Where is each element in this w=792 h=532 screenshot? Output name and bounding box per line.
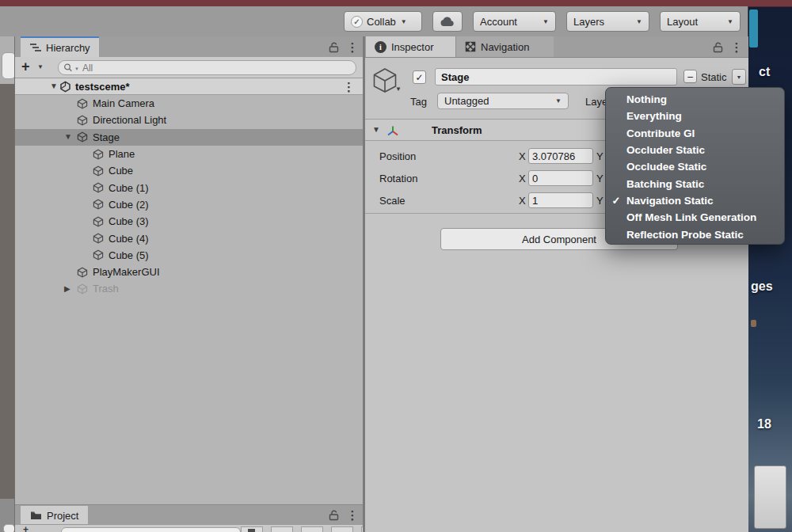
cube-icon (77, 115, 88, 126)
tab-navigation[interactable]: Navigation (455, 36, 554, 57)
toolbar-button-fragment[interactable] (241, 526, 263, 532)
item-label: Cube (5) (109, 249, 149, 261)
scene-view-edge (0, 36, 14, 532)
kebab-icon: ⋮ (347, 509, 359, 521)
chevron-down-icon[interactable]: ▼ (37, 63, 44, 70)
hierarchy-item-cube-2[interactable]: Cube (2) (15, 196, 363, 213)
item-label: Stage (93, 131, 120, 143)
check-icon: ✓ (606, 195, 626, 207)
disclosure-closed-icon[interactable]: ▶ (64, 285, 70, 293)
toolbar-button-fragment[interactable] (301, 526, 323, 532)
hierarchy-item-cube-1[interactable]: Cube (1) (15, 179, 363, 196)
tab-project[interactable]: Project (21, 506, 88, 525)
cloud-icon (440, 17, 455, 27)
chevron-down-icon: ▼ (555, 97, 562, 104)
axis-x-label: X (519, 173, 526, 184)
menu-item-occluder-static[interactable]: Occluder Static (606, 142, 784, 158)
rotation-x-field[interactable]: 0 (528, 170, 593, 186)
layers-dropdown[interactable]: Layers ▼ (566, 11, 649, 32)
create-object-button[interactable]: + (21, 59, 30, 75)
tag-label: Tag (410, 96, 427, 108)
chevron-down-icon: ▼ (636, 18, 642, 25)
static-flags-menu: Nothing Everything Contribute GI Occlude… (605, 87, 785, 245)
axis-y-label: Y (596, 173, 604, 184)
menu-item-batching-static[interactable]: Batching Static (606, 175, 784, 192)
item-label: Cube (4) (109, 233, 149, 245)
kebab-icon[interactable]: ⋮ (343, 81, 355, 93)
scene-view-button-fragment (2, 52, 14, 79)
position-x-value: 3.070786 (532, 150, 575, 162)
axis-x-label: X (519, 195, 526, 207)
panel-menu-button[interactable]: ⋮ (345, 507, 360, 522)
hierarchy-search-input[interactable]: ▼ All (58, 60, 356, 75)
tab-hierarchy-label: Hierarchy (46, 42, 90, 54)
hierarchy-item-cube-3[interactable]: Cube (3) (15, 213, 363, 230)
menu-item-reflection-probe-static[interactable]: Reflection Probe Static (606, 226, 784, 242)
menu-item-navigation-static[interactable]: ✓ Navigation Static (606, 192, 784, 209)
tab-navigation-label: Navigation (481, 41, 529, 53)
object-name-value: Stage (441, 71, 469, 83)
menu-item-label: Occludee Static (626, 161, 706, 173)
cube-icon (77, 267, 88, 278)
menu-item-off-mesh-link-generation[interactable]: Off Mesh Link Generation (606, 209, 784, 226)
hierarchy-item-cube-5[interactable]: Cube (5) (15, 247, 363, 264)
unlock-icon (329, 509, 339, 521)
hierarchy-item-directional-light[interactable]: Directional Light (15, 112, 363, 128)
toolbar-button-fragment[interactable] (331, 526, 353, 532)
cube-icon (77, 283, 88, 294)
hierarchy-panel: Hierarchy ⋮ + ▼ ▼ All (14, 36, 363, 532)
hierarchy-item-cube[interactable]: Cube (15, 162, 363, 179)
menu-item-nothing[interactable]: Nothing (606, 91, 784, 108)
menu-item-occludee-static[interactable]: Occludee Static (606, 158, 784, 175)
active-checkbox[interactable]: ✓ (413, 70, 426, 84)
position-x-field[interactable]: 3.070786 (528, 148, 593, 164)
menu-item-label: Contribute GI (626, 127, 695, 139)
cloud-button[interactable] (432, 11, 463, 32)
menu-item-label: Occluder Static (626, 144, 705, 156)
lock-button[interactable] (326, 40, 341, 54)
scale-x-field[interactable]: 1 (528, 192, 593, 208)
scene-view-field-fragment (3, 524, 14, 532)
desktop-icon-label: ges (751, 279, 773, 294)
desktop-icon-fragment (749, 10, 758, 48)
tab-hierarchy[interactable]: Hierarchy (21, 36, 99, 57)
hierarchy-item-main-camera[interactable]: Main Camera (15, 95, 363, 112)
item-label: Main Camera (93, 97, 154, 109)
disclosure-open-icon[interactable]: ▼ (64, 133, 72, 141)
menu-item-everything[interactable]: Everything (606, 108, 784, 124)
disclosure-open-icon[interactable]: ▼ (372, 126, 380, 134)
tag-dropdown[interactable]: Untagged ▼ (437, 93, 569, 109)
panel-menu-button[interactable]: ⋮ (345, 40, 360, 54)
tab-inspector[interactable]: i Inspector (366, 36, 455, 57)
static-label: Static (701, 71, 727, 83)
lock-button[interactable] (710, 40, 725, 54)
layout-dropdown[interactable]: Layout ▼ (660, 11, 741, 32)
panel-menu-button[interactable]: ⋮ (729, 40, 744, 54)
hierarchy-tabbar: Hierarchy ⋮ (15, 36, 363, 58)
account-dropdown[interactable]: Account ▼ (473, 11, 556, 32)
static-checkbox[interactable]: – (683, 70, 697, 83)
menu-item-label: Navigation Static (626, 195, 714, 207)
cube-icon (93, 199, 104, 210)
kebab-icon: ⋮ (731, 41, 743, 53)
scale-label: Scale (379, 195, 406, 207)
hierarchy-item-plane[interactable]: Plane (15, 146, 363, 162)
scene-header-row[interactable]: ▼ testsceme* ⋮ (15, 78, 363, 95)
collab-check-icon: ✓ (351, 16, 363, 28)
hierarchy-item-stage[interactable]: ▼ Stage (15, 129, 363, 146)
tag-value: Untagged (444, 95, 489, 107)
object-name-field[interactable]: Stage (435, 68, 677, 86)
hierarchy-item-cube-4[interactable]: Cube (4) (15, 230, 363, 246)
project-search-fragment[interactable] (61, 527, 241, 532)
hierarchy-item-playmakergui[interactable]: PlayMakerGUI (15, 264, 363, 280)
icon-picker-chevron-icon[interactable]: ▼ (395, 86, 402, 93)
lock-button[interactable] (326, 507, 341, 522)
unity-editor-window: ✓ Collab ▼ Account ▼ Layers ▼ Layout ▼ (0, 6, 748, 532)
create-asset-button[interactable]: + (23, 524, 29, 532)
hierarchy-item-trash[interactable]: ▶ Trash (15, 280, 363, 297)
static-flags-dropdown[interactable]: ▼ (732, 69, 746, 85)
menu-item-contribute-gi[interactable]: Contribute GI (606, 125, 784, 142)
disclosure-open-icon[interactable]: ▼ (50, 82, 58, 90)
toolbar-button-fragment[interactable] (271, 526, 293, 532)
collab-button[interactable]: ✓ Collab ▼ (344, 11, 422, 32)
